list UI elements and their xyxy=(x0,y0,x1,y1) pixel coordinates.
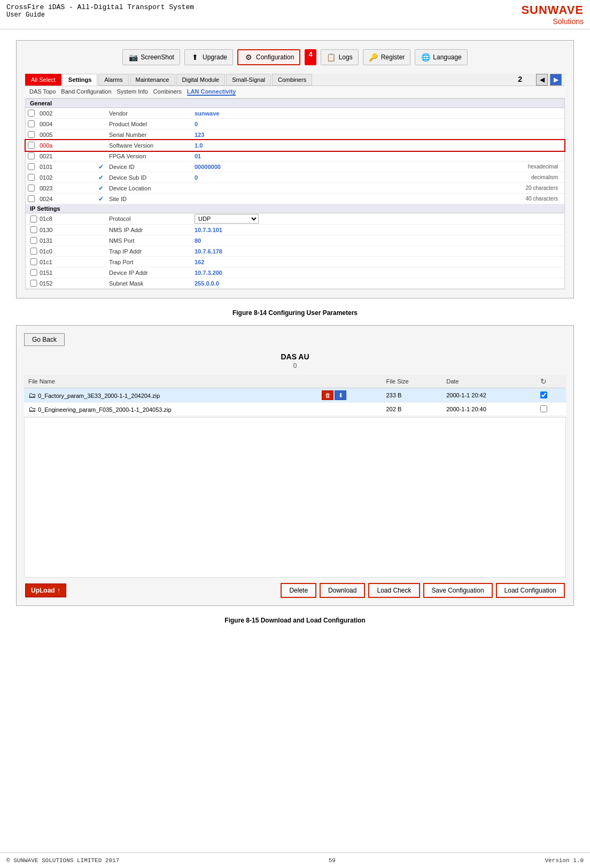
ip-row: 01c8ProtocolUDP xyxy=(26,213,564,225)
general-row: 0023✔Device Location20 characters xyxy=(26,183,564,194)
col-filename: File Name xyxy=(24,375,317,388)
tab-all-select[interactable]: All Select xyxy=(25,74,61,86)
row-checkbox[interactable] xyxy=(28,110,35,117)
save-config-button[interactable]: Save Configuation xyxy=(423,583,493,598)
configuration-label: Configuration xyxy=(256,53,294,61)
figure1-area: 📷 ScreenShot ⬆ Upgrade ⚙ Configuration 4… xyxy=(16,40,574,298)
register-button[interactable]: 🔑 Register xyxy=(363,49,411,65)
subtab-combiners[interactable]: Combiners xyxy=(153,88,182,96)
ip-row-param-name: NMS IP Addr xyxy=(109,227,195,233)
row-checkbox[interactable] xyxy=(28,163,35,170)
row-checkbox[interactable] xyxy=(28,131,35,138)
logs-button[interactable]: 📋 Logs xyxy=(321,49,359,65)
file-checkbox-cell xyxy=(536,388,566,403)
file-action-cell xyxy=(317,403,382,416)
tab-icon-fwd[interactable]: ▶ xyxy=(550,74,562,86)
subtab-das-topo[interactable]: DAS Topo xyxy=(29,88,56,96)
file-date-cell: 2000-1-1 20:42 xyxy=(442,388,536,403)
col-filesize: File Size xyxy=(382,375,442,388)
load-check-button[interactable]: Load Check xyxy=(368,583,420,598)
subtab-lan-connectivity[interactable]: LAN Connectivity xyxy=(187,88,236,96)
ip-row-code: 0151 xyxy=(40,270,98,276)
tab-settings[interactable]: Settings xyxy=(63,74,97,86)
row-checkbox[interactable] xyxy=(28,174,35,181)
ip-row-param-name: Device IP Addr xyxy=(109,270,195,276)
ip-row: 01c1Trap Port162 xyxy=(26,257,564,267)
row-param-value: 0 xyxy=(195,121,280,127)
ip-row-checkbox[interactable] xyxy=(28,258,40,265)
tab-icon-back[interactable]: ◀ xyxy=(536,74,548,86)
row-param-name: Device Location xyxy=(109,185,195,191)
ip-row-param-name: Trap IP Addr xyxy=(109,248,195,255)
file-name-cell: 🗂0_Factory_param_3E33_2000-1-1_204204.zi… xyxy=(24,388,317,403)
row-checkbox[interactable] xyxy=(28,142,35,149)
row-param-name: Site ID xyxy=(109,196,195,202)
row-code: 0005 xyxy=(40,132,98,138)
page-header: CrossFire iDAS - All-Digital Transport S… xyxy=(0,0,590,29)
ip-row-checkbox[interactable] xyxy=(28,269,40,276)
row-checkbox[interactable] xyxy=(28,120,35,127)
tab-small-signal[interactable]: Small-Signal xyxy=(226,74,271,86)
ip-row-checkbox[interactable] xyxy=(28,226,40,233)
file-name-cell: 🗂0_Engineering_param_F035_2000-1-1_20405… xyxy=(24,403,317,416)
logs-label: Logs xyxy=(339,53,353,61)
file-date-cell: 2000-1-1 20:40 xyxy=(442,403,536,416)
row-code: 0004 xyxy=(40,121,98,127)
ip-row-param-value: 10.7.3.101 xyxy=(195,227,291,233)
table-row: 🗂0_Factory_param_3E33_2000-1-1_204204.zi… xyxy=(24,388,566,403)
row-param-hint: decimalism xyxy=(280,174,562,180)
row-param-value: 123 xyxy=(195,132,280,138)
row-param-value: 01 xyxy=(195,153,280,159)
upload-button[interactable]: UpLoad ↑ xyxy=(25,583,66,597)
ip-row-checkbox[interactable] xyxy=(28,216,40,222)
tab-maintenance[interactable]: Maintenance xyxy=(130,74,175,86)
subtab-band-configuration[interactable]: Band Configuration xyxy=(61,88,111,96)
params-panel: General 0002Vendorsunwave0004Product Mod… xyxy=(25,98,565,289)
file-icon: 🗂 xyxy=(28,391,36,400)
load-config-button[interactable]: Load Configuation xyxy=(496,583,565,598)
tab-digital-module[interactable]: Digital Module xyxy=(176,74,226,86)
upgrade-button[interactable]: ⬆ Upgrade xyxy=(184,49,233,65)
col-actions xyxy=(317,375,382,388)
screenshot-button[interactable]: 📷 ScreenShot xyxy=(122,49,180,65)
refresh-icon[interactable]: ↻ xyxy=(540,377,547,386)
row-checkbox[interactable] xyxy=(28,185,35,191)
protocol-select[interactable]: UDP xyxy=(195,214,259,224)
ip-row-param-value: 162 xyxy=(195,259,291,265)
upgrade-icon: ⬆ xyxy=(190,52,200,62)
tab-combiners[interactable]: Combiners xyxy=(272,74,312,86)
ip-row: 0130NMS IP Addr10.7.3.101 xyxy=(26,225,564,235)
delete-button[interactable]: Delete xyxy=(281,583,316,598)
tab-all-select-label: All Select xyxy=(31,76,56,83)
ip-row-checkbox[interactable] xyxy=(28,237,40,244)
row-checkbox[interactable] xyxy=(28,152,35,159)
row-param-value: 1.0 xyxy=(195,142,280,149)
go-back-button[interactable]: Go Back xyxy=(24,333,65,346)
logo-name: SUNWAVE xyxy=(521,3,584,17)
row-param-value: 0 xyxy=(195,174,280,181)
configuration-button[interactable]: ⚙ Configuration xyxy=(237,49,300,65)
row-checkmark: ✔ xyxy=(98,195,109,203)
download-file-button[interactable]: ⬇ xyxy=(335,390,346,400)
download-button[interactable]: Download xyxy=(320,583,365,598)
ip-row: 0131NMS Port80 xyxy=(26,235,564,246)
delete-file-button[interactable]: 🗑 xyxy=(322,390,333,400)
file-action-cell: 🗑 ⬇ xyxy=(317,388,382,403)
file-row-checkbox[interactable] xyxy=(540,405,547,412)
upload-arrow-icon: ↑ xyxy=(57,587,60,594)
subtab-system-info[interactable]: System Info xyxy=(117,88,148,96)
tab-alarms[interactable]: Alarms xyxy=(98,74,128,86)
language-button[interactable]: 🌐 Language xyxy=(415,49,467,65)
footer-version: Version 1.0 xyxy=(545,857,584,864)
ip-row-checkbox[interactable] xyxy=(28,280,40,287)
toolbar: 📷 ScreenShot ⬆ Upgrade ⚙ Configuration 4… xyxy=(25,49,565,65)
ip-row-checkbox[interactable] xyxy=(28,248,40,255)
ip-row-code: 0131 xyxy=(40,237,98,244)
row-checkbox[interactable] xyxy=(28,195,35,202)
figure1-caption: Figure 8-14 Configuring User Parameters xyxy=(16,309,574,317)
col-checkbox-header: ↻ xyxy=(536,375,566,388)
general-row: 000aSoftware Version1.0 xyxy=(26,140,564,151)
file-row-checkbox[interactable] xyxy=(540,391,547,398)
general-row: 0002Vendorsunwave xyxy=(26,108,564,119)
figure2-area: Go Back DAS AU 0 File Name File Size Dat… xyxy=(16,325,574,606)
